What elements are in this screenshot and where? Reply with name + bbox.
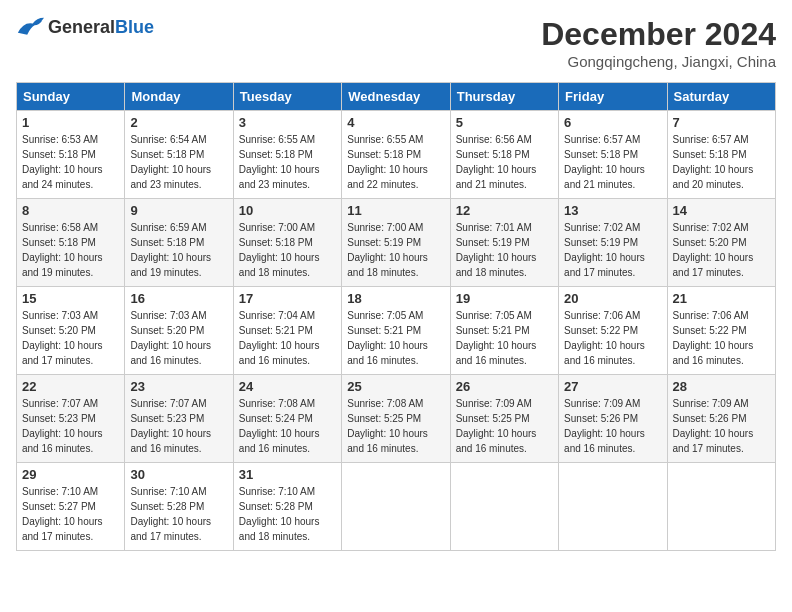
calendar-table: Sunday Monday Tuesday Wednesday Thursday… <box>16 82 776 551</box>
day-number: 24 <box>239 379 336 394</box>
day-number: 27 <box>564 379 661 394</box>
table-row: 14 Sunrise: 7:02 AM Sunset: 5:20 PM Dayl… <box>667 199 775 287</box>
day-number: 3 <box>239 115 336 130</box>
table-row: 9 Sunrise: 6:59 AM Sunset: 5:18 PM Dayli… <box>125 199 233 287</box>
table-row: 16 Sunrise: 7:03 AM Sunset: 5:20 PM Dayl… <box>125 287 233 375</box>
table-row: 20 Sunrise: 7:06 AM Sunset: 5:22 PM Dayl… <box>559 287 667 375</box>
table-row: 2 Sunrise: 6:54 AM Sunset: 5:18 PM Dayli… <box>125 111 233 199</box>
table-row: 10 Sunrise: 7:00 AM Sunset: 5:18 PM Dayl… <box>233 199 341 287</box>
table-row: 1 Sunrise: 6:53 AM Sunset: 5:18 PM Dayli… <box>17 111 125 199</box>
table-row: 25 Sunrise: 7:08 AM Sunset: 5:25 PM Dayl… <box>342 375 450 463</box>
table-row: 28 Sunrise: 7:09 AM Sunset: 5:26 PM Dayl… <box>667 375 775 463</box>
table-row: 4 Sunrise: 6:55 AM Sunset: 5:18 PM Dayli… <box>342 111 450 199</box>
logo: GeneralBlue <box>16 16 154 38</box>
day-info: Sunrise: 7:07 AM Sunset: 5:23 PM Dayligh… <box>130 396 227 456</box>
day-number: 20 <box>564 291 661 306</box>
table-row: 29 Sunrise: 7:10 AM Sunset: 5:27 PM Dayl… <box>17 463 125 551</box>
day-info: Sunrise: 7:03 AM Sunset: 5:20 PM Dayligh… <box>22 308 119 368</box>
day-number: 26 <box>456 379 553 394</box>
table-row: 12 Sunrise: 7:01 AM Sunset: 5:19 PM Dayl… <box>450 199 558 287</box>
table-row: 17 Sunrise: 7:04 AM Sunset: 5:21 PM Dayl… <box>233 287 341 375</box>
day-number: 29 <box>22 467 119 482</box>
day-info: Sunrise: 7:09 AM Sunset: 5:26 PM Dayligh… <box>673 396 770 456</box>
logo-blue: Blue <box>115 17 154 37</box>
day-info: Sunrise: 6:53 AM Sunset: 5:18 PM Dayligh… <box>22 132 119 192</box>
day-number: 21 <box>673 291 770 306</box>
header-tuesday: Tuesday <box>233 83 341 111</box>
day-number: 5 <box>456 115 553 130</box>
day-number: 22 <box>22 379 119 394</box>
day-info: Sunrise: 6:55 AM Sunset: 5:18 PM Dayligh… <box>239 132 336 192</box>
day-info: Sunrise: 7:08 AM Sunset: 5:24 PM Dayligh… <box>239 396 336 456</box>
day-number: 8 <box>22 203 119 218</box>
day-number: 23 <box>130 379 227 394</box>
header-monday: Monday <box>125 83 233 111</box>
day-info: Sunrise: 7:06 AM Sunset: 5:22 PM Dayligh… <box>564 308 661 368</box>
header-thursday: Thursday <box>450 83 558 111</box>
table-row: 6 Sunrise: 6:57 AM Sunset: 5:18 PM Dayli… <box>559 111 667 199</box>
table-row <box>667 463 775 551</box>
day-number: 31 <box>239 467 336 482</box>
day-info: Sunrise: 7:05 AM Sunset: 5:21 PM Dayligh… <box>347 308 444 368</box>
calendar-row: 8 Sunrise: 6:58 AM Sunset: 5:18 PM Dayli… <box>17 199 776 287</box>
day-info: Sunrise: 7:03 AM Sunset: 5:20 PM Dayligh… <box>130 308 227 368</box>
day-info: Sunrise: 6:57 AM Sunset: 5:18 PM Dayligh… <box>673 132 770 192</box>
day-info: Sunrise: 7:00 AM Sunset: 5:18 PM Dayligh… <box>239 220 336 280</box>
table-row: 18 Sunrise: 7:05 AM Sunset: 5:21 PM Dayl… <box>342 287 450 375</box>
day-number: 7 <box>673 115 770 130</box>
day-number: 25 <box>347 379 444 394</box>
table-row: 3 Sunrise: 6:55 AM Sunset: 5:18 PM Dayli… <box>233 111 341 199</box>
day-number: 13 <box>564 203 661 218</box>
header-friday: Friday <box>559 83 667 111</box>
day-number: 12 <box>456 203 553 218</box>
day-info: Sunrise: 7:10 AM Sunset: 5:28 PM Dayligh… <box>239 484 336 544</box>
day-info: Sunrise: 6:57 AM Sunset: 5:18 PM Dayligh… <box>564 132 661 192</box>
table-row: 23 Sunrise: 7:07 AM Sunset: 5:23 PM Dayl… <box>125 375 233 463</box>
calendar-header-row: Sunday Monday Tuesday Wednesday Thursday… <box>17 83 776 111</box>
day-info: Sunrise: 7:09 AM Sunset: 5:25 PM Dayligh… <box>456 396 553 456</box>
day-info: Sunrise: 7:09 AM Sunset: 5:26 PM Dayligh… <box>564 396 661 456</box>
day-number: 28 <box>673 379 770 394</box>
day-info: Sunrise: 6:59 AM Sunset: 5:18 PM Dayligh… <box>130 220 227 280</box>
day-number: 19 <box>456 291 553 306</box>
day-info: Sunrise: 7:00 AM Sunset: 5:19 PM Dayligh… <box>347 220 444 280</box>
day-number: 15 <box>22 291 119 306</box>
day-info: Sunrise: 7:02 AM Sunset: 5:19 PM Dayligh… <box>564 220 661 280</box>
day-info: Sunrise: 7:04 AM Sunset: 5:21 PM Dayligh… <box>239 308 336 368</box>
table-row: 31 Sunrise: 7:10 AM Sunset: 5:28 PM Dayl… <box>233 463 341 551</box>
table-row <box>559 463 667 551</box>
logo-icon <box>16 16 44 38</box>
day-info: Sunrise: 7:05 AM Sunset: 5:21 PM Dayligh… <box>456 308 553 368</box>
day-number: 14 <box>673 203 770 218</box>
table-row: 15 Sunrise: 7:03 AM Sunset: 5:20 PM Dayl… <box>17 287 125 375</box>
page-header: GeneralBlue December 2024 Gongqingcheng,… <box>16 16 776 70</box>
day-info: Sunrise: 6:55 AM Sunset: 5:18 PM Dayligh… <box>347 132 444 192</box>
location-title: Gongqingcheng, Jiangxi, China <box>541 53 776 70</box>
day-number: 18 <box>347 291 444 306</box>
day-info: Sunrise: 6:54 AM Sunset: 5:18 PM Dayligh… <box>130 132 227 192</box>
day-number: 16 <box>130 291 227 306</box>
month-title: December 2024 <box>541 16 776 53</box>
table-row: 30 Sunrise: 7:10 AM Sunset: 5:28 PM Dayl… <box>125 463 233 551</box>
title-section: December 2024 Gongqingcheng, Jiangxi, Ch… <box>541 16 776 70</box>
table-row: 24 Sunrise: 7:08 AM Sunset: 5:24 PM Dayl… <box>233 375 341 463</box>
logo-general: General <box>48 17 115 37</box>
table-row: 7 Sunrise: 6:57 AM Sunset: 5:18 PM Dayli… <box>667 111 775 199</box>
table-row <box>342 463 450 551</box>
day-info: Sunrise: 6:56 AM Sunset: 5:18 PM Dayligh… <box>456 132 553 192</box>
day-number: 9 <box>130 203 227 218</box>
header-wednesday: Wednesday <box>342 83 450 111</box>
day-number: 11 <box>347 203 444 218</box>
table-row: 22 Sunrise: 7:07 AM Sunset: 5:23 PM Dayl… <box>17 375 125 463</box>
day-number: 2 <box>130 115 227 130</box>
day-number: 17 <box>239 291 336 306</box>
day-number: 30 <box>130 467 227 482</box>
day-number: 6 <box>564 115 661 130</box>
day-number: 10 <box>239 203 336 218</box>
day-info: Sunrise: 7:10 AM Sunset: 5:27 PM Dayligh… <box>22 484 119 544</box>
logo-text: GeneralBlue <box>48 17 154 38</box>
calendar-row: 29 Sunrise: 7:10 AM Sunset: 5:27 PM Dayl… <box>17 463 776 551</box>
calendar-row: 1 Sunrise: 6:53 AM Sunset: 5:18 PM Dayli… <box>17 111 776 199</box>
day-info: Sunrise: 7:02 AM Sunset: 5:20 PM Dayligh… <box>673 220 770 280</box>
day-info: Sunrise: 7:10 AM Sunset: 5:28 PM Dayligh… <box>130 484 227 544</box>
